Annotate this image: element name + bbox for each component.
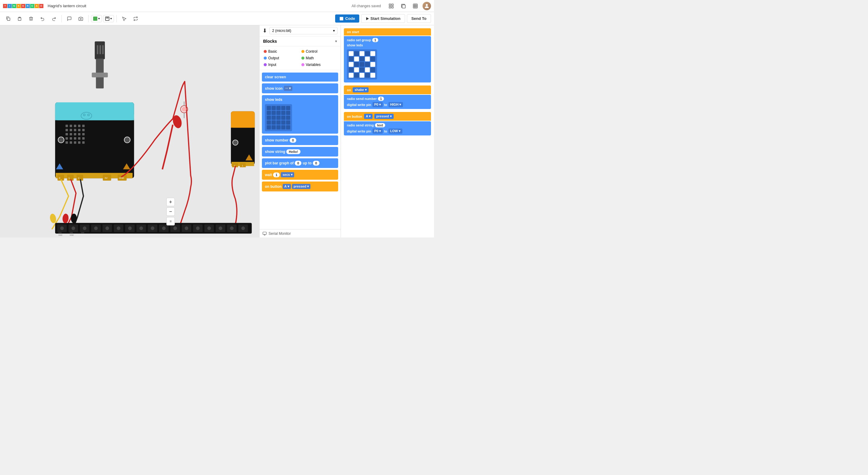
zoom-menu-button[interactable]: ≡ — [166, 217, 175, 226]
svg-rect-50 — [74, 137, 76, 140]
device-selector[interactable]: 2 (micro:bit) ▾ — [270, 27, 338, 34]
pin-p0-dropdown-low[interactable]: P0 ▾ — [373, 129, 383, 134]
radio-string-value[interactable]: text — [375, 123, 385, 127]
logo-t: T — [3, 4, 7, 8]
code-button[interactable]: Code — [335, 14, 360, 23]
line-color-button[interactable]: ▾ — [103, 15, 114, 22]
plot-value2[interactable]: 0 — [313, 161, 319, 166]
code-block-on-button: on button A ▾ pressed ▾ radio send strin… — [344, 112, 431, 135]
blocks-header: Blocks ▾ — [259, 36, 341, 46]
send-to-button[interactable]: Send To — [407, 14, 431, 23]
code-led-grid — [347, 49, 377, 79]
svg-point-95 — [71, 226, 75, 230]
show-number-value[interactable]: 0 — [290, 138, 296, 143]
high-dropdown[interactable]: HIGH ▾ — [389, 102, 403, 107]
led-grid-block — [265, 104, 292, 131]
radio-number-value[interactable]: 1 — [378, 97, 384, 101]
input-dot — [264, 63, 267, 66]
shake-dropdown[interactable]: shake ▾ — [352, 87, 368, 93]
svg-rect-23 — [92, 72, 107, 77]
block-show-string[interactable]: show string Hello! — [262, 147, 338, 157]
zoom-in-button[interactable]: + — [166, 198, 175, 206]
serial-monitor-bar[interactable]: Serial Monitor — [259, 229, 341, 238]
block-plot-bar-graph[interactable]: plot bar graph of 0 up to 0 — [262, 158, 338, 168]
fill-color-swatch — [93, 16, 97, 21]
button-a-dropdown[interactable]: A ▾ — [364, 114, 373, 119]
svg-text:GND: GND — [70, 234, 73, 236]
svg-point-115 — [185, 226, 188, 230]
category-input[interactable]: Input — [263, 62, 300, 67]
block-clear-screen[interactable]: clear screen — [262, 72, 338, 81]
svg-point-111 — [162, 226, 166, 230]
code-panel: on start radio set group 1 show leds — [341, 25, 434, 238]
undo-button[interactable] — [37, 13, 48, 24]
canvas-area[interactable]: 0 1 2 3V GND — [0, 25, 259, 238]
blocks-panel: ⬇ 2 (micro:bit) ▾ Blocks ▾ Basic Control… — [259, 25, 341, 238]
toolbar: ▾ ▾ Code Start Simulation Send To — [0, 12, 434, 25]
logo-i: I — [7, 4, 12, 8]
user-avatar[interactable] — [423, 2, 431, 10]
category-basic[interactable]: Basic — [263, 49, 300, 54]
low-dropdown[interactable]: LOW ▾ — [389, 129, 403, 134]
code-block-on-shake: on shake ▾ radio send number 1 digital w… — [344, 86, 431, 109]
svg-point-107 — [140, 226, 143, 230]
serial-monitor-label: Serial Monitor — [269, 232, 291, 236]
button-action-dropdown[interactable]: pressed ▾ — [292, 184, 310, 189]
on-button-header: on button A ▾ pressed ▾ — [344, 112, 431, 121]
pointer-button[interactable] — [119, 13, 129, 24]
duplicate-button[interactable] — [398, 1, 408, 11]
plot-value1[interactable]: 0 — [295, 161, 301, 166]
copy-button[interactable] — [3, 13, 13, 24]
start-simulation-button[interactable]: Start Simulation — [361, 14, 405, 23]
circuit-diagram: 0 1 2 3V GND — [0, 25, 259, 238]
fill-color-button[interactable]: ▾ — [91, 15, 102, 22]
category-math[interactable]: Math — [301, 56, 337, 61]
redo-button[interactable] — [49, 13, 59, 24]
category-control[interactable]: Control — [301, 49, 337, 54]
svg-point-99 — [94, 226, 98, 230]
code-top-bar: ⬇ 2 (micro:bit) ▾ — [259, 25, 341, 36]
delete-button[interactable] — [26, 13, 36, 24]
svg-rect-24 — [97, 45, 98, 54]
block-show-number[interactable]: show number 0 — [262, 135, 338, 145]
zoom-out-button[interactable]: − — [166, 207, 175, 216]
saved-status: All changes saved — [352, 4, 381, 8]
svg-rect-35 — [74, 125, 76, 127]
wait-value[interactable]: 1 — [273, 172, 280, 177]
wait-unit-dropdown[interactable]: secs ▾ — [281, 172, 294, 177]
blocks-dropdown-arrow[interactable]: ▾ — [335, 39, 337, 43]
comment-button[interactable] — [64, 13, 74, 24]
digital-write-pin-high-line: digital write pin P0 ▾ to HIGH ▾ — [347, 102, 428, 107]
block-show-icon[interactable]: show icon ··· ▾ — [262, 83, 338, 93]
download-button[interactable]: ⬇ — [262, 27, 267, 34]
logo: T I N K E R C A D — [3, 4, 43, 8]
control-dot — [301, 50, 304, 53]
show-string-value[interactable]: Hello! — [286, 149, 301, 154]
block-wait[interactable]: wait 1 secs ▾ — [262, 170, 338, 180]
svg-point-101 — [105, 226, 109, 230]
output-label: Output — [268, 56, 279, 60]
topbar: T I N K E R C A D Hagrid's lantern circu… — [0, 0, 434, 12]
on-shake-header: on shake ▾ — [344, 86, 431, 94]
svg-text:1: 1 — [242, 165, 243, 167]
svg-point-133 — [71, 214, 77, 223]
pin-p0-dropdown-high[interactable]: P0 ▾ — [373, 102, 383, 107]
icon-picker[interactable]: ··· ▾ — [284, 86, 292, 91]
camera-button[interactable] — [76, 13, 86, 24]
paste-button[interactable] — [14, 13, 25, 24]
svg-point-119 — [207, 226, 211, 230]
radio-group-value[interactable]: 1 — [372, 38, 378, 42]
flip-button[interactable] — [130, 13, 141, 24]
pressed-dropdown[interactable]: pressed ▾ — [374, 114, 393, 119]
share-button[interactable] — [386, 1, 396, 11]
svg-rect-57 — [82, 141, 85, 144]
serial-monitor-icon — [262, 232, 267, 236]
table-button[interactable] — [410, 1, 420, 11]
svg-point-97 — [83, 226, 87, 230]
block-show-leds[interactable]: show leds — [262, 95, 338, 134]
block-on-button[interactable]: on button A ▾ pressed ▾ — [262, 181, 338, 192]
button-select-dropdown[interactable]: A ▾ — [283, 184, 291, 189]
category-variables[interactable]: Variables — [301, 62, 337, 67]
svg-point-84 — [233, 140, 238, 145]
category-output[interactable]: Output — [263, 56, 300, 61]
